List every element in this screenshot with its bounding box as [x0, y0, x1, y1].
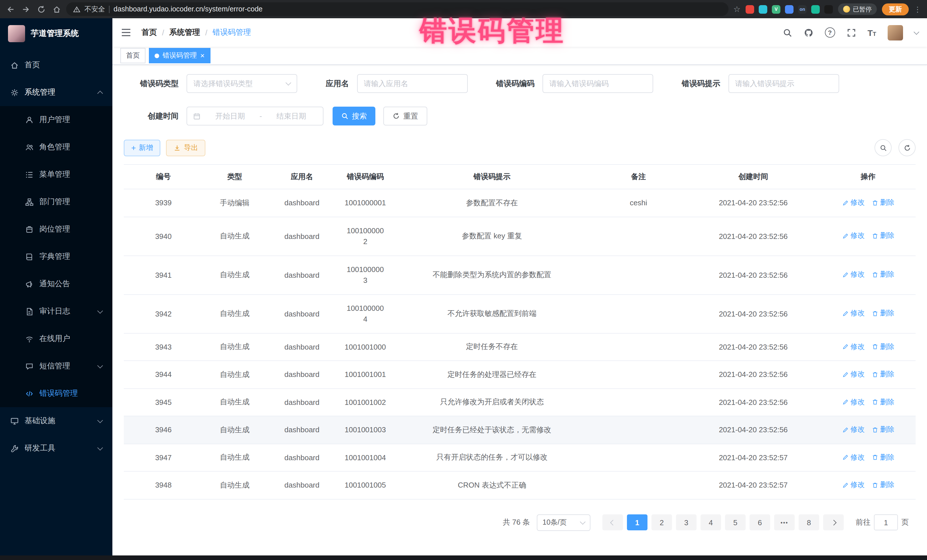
browser-home-button[interactable]	[52, 4, 62, 14]
sidebar-item-role-mgmt[interactable]: 角色管理	[0, 134, 112, 161]
delete-link[interactable]: 删除	[871, 270, 894, 280]
app-name-input[interactable]	[357, 74, 468, 93]
date-range-picker[interactable]: 开始日期 - 结束日期	[187, 107, 324, 126]
browser-forward-button[interactable]	[21, 4, 31, 14]
help-icon[interactable]: ?	[825, 27, 835, 38]
url-text: dashboard.yudao.iocoder.cn/system/error-…	[114, 5, 263, 13]
delete-link[interactable]: 删除	[871, 309, 894, 319]
pager-page-3[interactable]: 3	[676, 514, 696, 530]
tab-home[interactable]: 首页	[120, 48, 146, 63]
reset-button[interactable]: 重置	[383, 107, 427, 126]
extension-icon-blue[interactable]	[785, 5, 793, 14]
edit-link[interactable]: 修改	[842, 342, 865, 352]
chevron-down-icon[interactable]	[913, 29, 919, 35]
edit-link[interactable]: 修改	[842, 198, 865, 208]
table-row: 3941自动生成dashboard100100000 3不能删除类型为系统内置的…	[124, 255, 916, 294]
export-button[interactable]: 导出	[166, 140, 205, 156]
sidebar-item-dict-mgmt[interactable]: 字典管理	[0, 243, 112, 270]
breadcrumb-home[interactable]: 首页	[141, 27, 157, 38]
pager-page-8[interactable]: 8	[799, 514, 819, 530]
pager-more[interactable]: •••	[774, 514, 795, 530]
sidebar-item-online-users[interactable]: 在线用户	[0, 325, 112, 352]
close-icon[interactable]: ×	[200, 52, 205, 59]
address-bar[interactable]: 不安全 dashboard.yudao.iocoder.cn/system/er…	[66, 2, 729, 16]
bottom-edge-strip	[0, 555, 927, 560]
navbar: 首页 / 系统管理 / 错误码管理 ?	[112, 18, 927, 47]
edit-link[interactable]: 修改	[842, 397, 865, 407]
goto-page-input[interactable]	[874, 514, 898, 530]
github-icon[interactable]	[804, 28, 813, 37]
add-button[interactable]: + 新增	[124, 140, 160, 156]
error-type-select[interactable]: 请选择错误码类型	[187, 74, 297, 93]
fullscreen-icon[interactable]	[846, 28, 856, 37]
delete-link[interactable]: 删除	[871, 198, 894, 208]
pager-page-5[interactable]: 5	[725, 514, 746, 530]
refresh-icon[interactable]	[898, 139, 916, 156]
sidebar-item-error-code[interactable]: 错误码管理	[0, 380, 112, 407]
font-size-small: T	[873, 31, 876, 37]
avatar[interactable]	[887, 25, 903, 40]
sidebar-item-dept-mgmt[interactable]: 部门管理	[0, 188, 112, 216]
edit-link[interactable]: 修改	[842, 425, 865, 434]
edit-link[interactable]: 修改	[842, 480, 865, 490]
pager-page-1[interactable]: 1	[627, 514, 647, 530]
search-icon[interactable]	[783, 28, 792, 37]
sidebar-item-devtools[interactable]: 研发工具	[0, 434, 112, 462]
error-hint-label: 错误码提示	[682, 78, 720, 89]
sidebar-item-post-mgmt[interactable]: 岗位管理	[0, 216, 112, 243]
col-header-hint: 错误码提示	[393, 164, 591, 189]
page-size-select[interactable]: 10条/页	[537, 514, 590, 531]
edit-link[interactable]: 修改	[842, 270, 865, 280]
error-code-input[interactable]	[543, 74, 653, 93]
delete-link[interactable]: 删除	[871, 342, 894, 352]
pager-page-6[interactable]: 6	[749, 514, 770, 530]
extension-icon-red[interactable]	[746, 5, 754, 14]
pager-page-2[interactable]: 2	[652, 514, 672, 530]
edit-link[interactable]: 修改	[842, 370, 865, 379]
edit-link[interactable]: 修改	[842, 452, 865, 462]
pager-page-4[interactable]: 4	[701, 514, 721, 530]
range-separator: -	[260, 112, 262, 120]
sidebar-item-menu-mgmt[interactable]: 菜单管理	[0, 161, 112, 188]
delete-link[interactable]: 删除	[871, 452, 894, 462]
sidebar-item-sms-mgmt[interactable]: 短信管理	[0, 352, 112, 380]
search-button[interactable]: 搜索	[333, 107, 375, 126]
delete-link[interactable]: 删除	[871, 480, 894, 490]
sidebar-item-notice[interactable]: 通知公告	[0, 270, 112, 298]
cell-hint: 定时任务不存在	[393, 333, 591, 361]
browser-reload-button[interactable]	[36, 4, 46, 14]
browser-back-button[interactable]	[6, 4, 15, 14]
vue-devtools-icon[interactable]: V	[772, 5, 780, 14]
extension-icon-green[interactable]	[811, 5, 820, 14]
delete-link[interactable]: 删除	[871, 231, 894, 241]
prev-page-button[interactable]	[602, 514, 623, 530]
screen: 不安全 dashboard.yudao.iocoder.cn/system/er…	[0, 0, 927, 560]
toggle-search-icon[interactable]	[874, 139, 892, 156]
error-hint-input[interactable]	[728, 74, 839, 93]
bookmark-star-icon[interactable]: ☆	[733, 5, 740, 13]
sidebar-item-audit-log[interactable]: 审计日志	[0, 298, 112, 325]
tab-error-code[interactable]: 错误码管理 ×	[149, 48, 210, 63]
delete-link[interactable]: 删除	[871, 425, 894, 434]
paused-profile-chip[interactable]: 已暂停	[838, 3, 877, 15]
next-page-button[interactable]	[823, 514, 844, 530]
extension-icon-dark[interactable]: on	[798, 5, 807, 14]
breadcrumb-system[interactable]: 系统管理	[169, 27, 200, 38]
chrome-update-button[interactable]: 更新	[882, 3, 909, 15]
sidebar-item-system[interactable]: 系统管理	[0, 79, 112, 106]
delete-link[interactable]: 删除	[871, 397, 894, 407]
edit-link[interactable]: 修改	[842, 309, 865, 319]
chrome-menu-icon[interactable]: ⋮	[914, 5, 921, 14]
edit-link[interactable]: 修改	[842, 231, 865, 241]
extension-pin-icon[interactable]	[824, 5, 833, 14]
font-size-icon[interactable]: TT	[868, 28, 876, 37]
delete-link[interactable]: 删除	[871, 370, 894, 379]
sidebar-item-home[interactable]: 首页	[0, 51, 112, 79]
sidebar-item-label: 通知公告	[40, 279, 70, 289]
hamburger-icon[interactable]	[121, 28, 131, 37]
tab-label: 错误码管理	[163, 51, 197, 61]
sidebar-item-infra[interactable]: 基础设施	[0, 407, 112, 434]
extension-icon-teal[interactable]	[759, 5, 767, 14]
sidebar-item-user-mgmt[interactable]: 用户管理	[0, 106, 112, 134]
sidebar-item-label: 短信管理	[40, 361, 70, 371]
